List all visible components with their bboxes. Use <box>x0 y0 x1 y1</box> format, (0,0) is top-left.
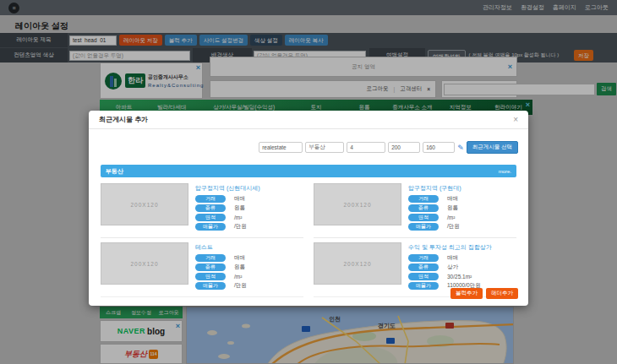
listing-title[interactable]: 압구정지역 (신현대시세) <box>195 184 303 193</box>
deal-label: 거래 <box>195 254 226 262</box>
area-label: 면적 <box>195 273 226 280</box>
listing-title[interactable]: 수익 및 투자성 최고의 집합상가 <box>408 243 516 252</box>
deal-label: 거래 <box>195 195 226 203</box>
type-value: 원룸 <box>234 263 245 271</box>
listing-title[interactable]: 압구정지역 (구현대) <box>408 184 516 193</box>
card-body: 압구정지역 (구현대) 거래매매 종류원룸 면적/m² 매물가/만원 <box>408 183 516 232</box>
deal-value: 매매 <box>447 254 458 262</box>
board-name-input[interactable] <box>305 142 344 153</box>
image-placeholder: 200X120 <box>314 242 401 285</box>
price-label: 매물가 <box>408 282 439 290</box>
image-placeholder: 200X120 <box>314 183 401 225</box>
more-link[interactable]: more. <box>499 169 511 174</box>
listing-card[interactable]: 200X120 압구정지역 (구현대) 거래매매 종류원룸 면적/m² 매물가/… <box>314 179 516 238</box>
area-value: /m² <box>234 274 242 280</box>
price-value: /만원 <box>447 223 460 231</box>
modal-controls: ✎ 최근게시물 선택 <box>259 141 518 154</box>
modal-header: 최근게시물 추가 × <box>89 111 528 129</box>
type-value: 원룸 <box>234 204 245 212</box>
board-section-bar: 부동산 more. <box>101 165 516 177</box>
listing-card[interactable]: 200X120 테스트 거래매매 종류원룸 면적/m² 매물가/만원 <box>101 238 303 297</box>
type-value: 상가 <box>447 263 458 271</box>
type-label: 종류 <box>408 263 439 271</box>
listing-card[interactable]: 200X120 압구정지역 (신현대시세) 거래매매 종류원룸 면적/m² 매물… <box>101 179 303 238</box>
price-label: 매물가 <box>195 223 226 231</box>
area-label: 면적 <box>408 273 439 280</box>
board-id-input[interactable] <box>259 142 303 153</box>
card-body: 압구정지역 (신현대시세) 거래매매 종류원룸 면적/m² 매물가/만원 <box>195 183 303 232</box>
height-input[interactable] <box>423 142 455 153</box>
close-icon[interactable]: × <box>513 115 518 124</box>
modal-title: 최근게시물 추가 <box>99 115 148 124</box>
image-placeholder: 200X120 <box>101 183 188 225</box>
deal-label: 거래 <box>408 195 439 203</box>
price-label: 매물가 <box>195 282 226 290</box>
price-value: /만원 <box>234 282 247 290</box>
add-block-footer-button[interactable]: 블럭추가 <box>450 288 483 299</box>
screen: ≡ 관리자정보 환경설정 홈페이지 로그아웃 레이아웃 설정 레이아웃 제목 레… <box>0 0 617 364</box>
area-value: /m² <box>234 215 242 220</box>
area-value: 30/25.1m² <box>447 274 472 280</box>
area-label: 면적 <box>195 214 226 221</box>
deal-label: 거래 <box>408 254 439 262</box>
area-label: 면적 <box>408 214 439 221</box>
card-body: 수익 및 투자성 최고의 집합상가 거래매매 종류상가 면적30/25.1m² … <box>408 242 516 291</box>
modal-footer: 블럭추가 해더추가 <box>450 288 518 299</box>
width-input[interactable] <box>388 142 420 153</box>
deal-value: 매매 <box>447 195 458 203</box>
image-placeholder: 200X120 <box>101 242 188 285</box>
price-label: 매물가 <box>408 223 439 231</box>
type-label: 종류 <box>408 204 439 212</box>
area-value: /m² <box>447 215 455 220</box>
card-body: 테스트 거래매매 종류원룸 면적/m² 매물가/만원 <box>195 242 303 291</box>
type-label: 종류 <box>195 204 226 212</box>
price-value: /만원 <box>234 223 247 231</box>
deal-value: 매매 <box>234 254 245 262</box>
listing-title[interactable]: 테스트 <box>195 243 303 252</box>
add-header-footer-button[interactable]: 해더추가 <box>486 288 518 299</box>
select-recent-posts-button[interactable]: 최근게시물 선택 <box>467 141 518 154</box>
count-input[interactable] <box>347 142 385 153</box>
edit-icon[interactable]: ✎ <box>457 144 464 152</box>
type-value: 원룸 <box>447 204 458 212</box>
deal-value: 매매 <box>234 195 245 203</box>
listing-cards: 200X120 압구정지역 (신현대시세) 거래매매 종류원룸 면적/m² 매물… <box>101 179 516 285</box>
type-label: 종류 <box>195 263 226 271</box>
board-section-title: 부동산 <box>106 167 123 176</box>
recent-posts-modal: 최근게시물 추가 × ✎ 최근게시물 선택 부동산 more. 200X120 … <box>89 111 528 306</box>
